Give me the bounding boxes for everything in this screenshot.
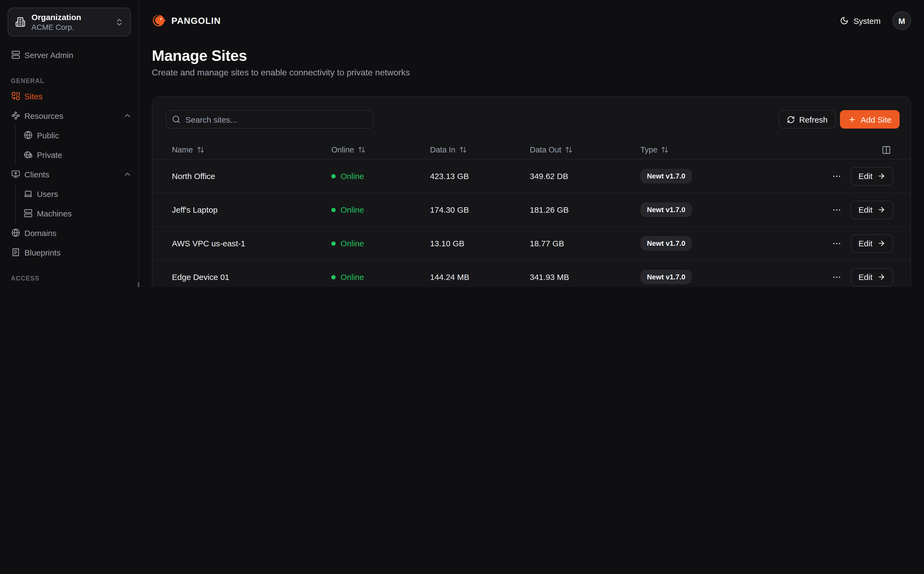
column-header-name[interactable]: Name	[172, 145, 331, 154]
row-actions: Edit	[832, 234, 893, 252]
page-subtitle: Create and manage sites to enable connec…	[152, 67, 911, 78]
sidebar-item-private[interactable]: Private	[16, 145, 138, 164]
column-header-type[interactable]: Type	[640, 145, 749, 154]
brand-logo[interactable]: PANGOLIN	[152, 14, 221, 28]
row-actions: Edit	[832, 268, 893, 286]
building-icon	[15, 17, 25, 27]
column-label: Online	[331, 145, 354, 154]
sidebar-item-domains[interactable]: Domains	[0, 223, 138, 243]
app-root: Organization ACME Corp. Server Admin GEN…	[0, 0, 924, 287]
sidebar-item-label: Domains	[24, 228, 132, 237]
row-menu-button[interactable]	[832, 205, 842, 214]
sidebar-item-label: Clients	[24, 170, 119, 179]
org-switcher[interactable]: Organization ACME Corp.	[8, 8, 131, 36]
sidebar-item-machines[interactable]: Machines	[16, 203, 138, 223]
arrow-right-icon	[877, 273, 885, 281]
data-in-value: 174.30 GB	[430, 205, 530, 214]
table-header-row: Name Online Data In Data Out Type	[152, 140, 910, 159]
sidebar-item-public[interactable]: Public	[16, 125, 138, 145]
sidebar-item-label: Users	[37, 189, 132, 198]
edit-label: Edit	[858, 172, 872, 181]
sort-icon	[565, 146, 573, 153]
sites-card: Refresh Add Site Name Online	[152, 96, 911, 287]
status-badge: Online	[331, 239, 430, 248]
search-icon	[172, 115, 181, 124]
main-area: PANGOLIN System M Manage Sites Create an…	[139, 0, 924, 287]
column-header-data-in[interactable]: Data In	[430, 145, 530, 154]
sidebar-item-resources[interactable]: Resources	[0, 106, 138, 125]
site-name: AWS VPC us-east-1	[172, 239, 331, 248]
row-menu-button[interactable]	[832, 238, 842, 248]
status-label: Online	[341, 239, 364, 248]
status-label: Online	[341, 172, 364, 181]
column-visibility-button[interactable]	[882, 145, 891, 155]
chevron-up-icon	[123, 170, 132, 178]
table-row: North Office Online 423.13 GB 349.62 DB …	[152, 159, 910, 193]
monitor-up-icon	[11, 170, 20, 178]
type-badge: Newt v1.7.0	[640, 270, 692, 284]
edit-label: Edit	[858, 205, 872, 214]
column-header-online[interactable]: Online	[331, 145, 430, 154]
sidebar-item-label: Server Admin	[24, 50, 132, 59]
row-menu-button[interactable]	[832, 272, 842, 282]
data-in-value: 13.10 GB	[430, 239, 530, 248]
edit-button[interactable]: Edit	[851, 268, 893, 286]
site-name: Edge Device 01	[172, 272, 331, 282]
search-input[interactable]	[166, 110, 374, 129]
sidebar-item-users[interactable]: Users	[0, 284, 138, 287]
sidebar-resize-handle[interactable]	[138, 282, 139, 287]
status-badge: Online	[331, 272, 430, 282]
edit-button[interactable]: Edit	[851, 167, 893, 185]
chevron-up-icon	[123, 111, 132, 120]
page-header: Manage Sites Create and manage sites to …	[139, 41, 924, 78]
sidebar-item-label: Sites	[24, 91, 132, 101]
avatar[interactable]: M	[893, 11, 911, 30]
clients-subgroup: Users Machines	[15, 184, 138, 223]
edit-label: Edit	[858, 239, 872, 248]
sidebar-item-label: Machines	[37, 208, 132, 218]
resources-subgroup: Public Private	[15, 125, 138, 164]
sidebar-item-blueprints[interactable]: Blueprints	[0, 243, 138, 262]
edit-label: Edit	[858, 272, 872, 282]
org-switcher-text: Organization ACME Corp.	[31, 12, 109, 32]
sidebar-item-server-admin[interactable]: Server Admin	[0, 45, 138, 65]
sidebar: Organization ACME Corp. Server Admin GEN…	[0, 0, 139, 287]
table-row: Edge Device 01 Online 144.24 MB 341.93 M…	[152, 260, 910, 287]
sidebar-item-label: Resources	[24, 111, 119, 120]
theme-toggle[interactable]: System	[840, 16, 881, 25]
row-actions: Edit	[832, 200, 893, 219]
sidebar-item-clients[interactable]: Clients	[0, 164, 138, 184]
avatar-initial: M	[899, 16, 905, 25]
sites-toolbar: Refresh Add Site	[152, 110, 910, 129]
refresh-button[interactable]: Refresh	[779, 110, 836, 129]
table-row: AWS VPC us-east-1 Online 13.10 GB 18.77 …	[152, 227, 910, 260]
site-name: Jeff's Laptop	[172, 205, 331, 214]
refresh-icon	[787, 115, 795, 123]
table-row: Jeff's Laptop Online 174.30 GB 181.26 GB…	[152, 193, 910, 227]
edit-button[interactable]: Edit	[851, 200, 893, 219]
data-out-value: 18.77 GB	[530, 239, 640, 248]
row-menu-button[interactable]	[832, 171, 842, 181]
sort-icon	[358, 146, 366, 153]
online-dot-icon	[331, 208, 336, 212]
pangolin-logo-icon	[152, 14, 166, 28]
sidebar-item-label: Public	[37, 131, 132, 140]
chevrons-up-down-icon	[115, 17, 124, 26]
sidebar-item-client-users[interactable]: Users	[16, 184, 138, 203]
sidebar-item-label: Private	[37, 150, 132, 159]
org-switcher-label: Organization	[31, 12, 109, 22]
topbar-right: System M	[840, 11, 911, 30]
moon-icon	[840, 16, 849, 25]
section-label-general: GENERAL	[0, 77, 138, 84]
site-name: North Office	[172, 172, 331, 181]
ellipsis-icon	[832, 272, 842, 282]
sidebar-item-sites[interactable]: Sites	[0, 86, 138, 106]
server-icon	[11, 50, 20, 59]
sort-icon	[459, 146, 467, 153]
theme-label: System	[853, 16, 881, 25]
add-site-button[interactable]: Add Site	[840, 110, 900, 129]
edit-button[interactable]: Edit	[851, 234, 893, 252]
globe-lock-icon	[24, 150, 33, 159]
globe-icon	[11, 229, 20, 237]
column-header-data-out[interactable]: Data Out	[530, 145, 640, 154]
